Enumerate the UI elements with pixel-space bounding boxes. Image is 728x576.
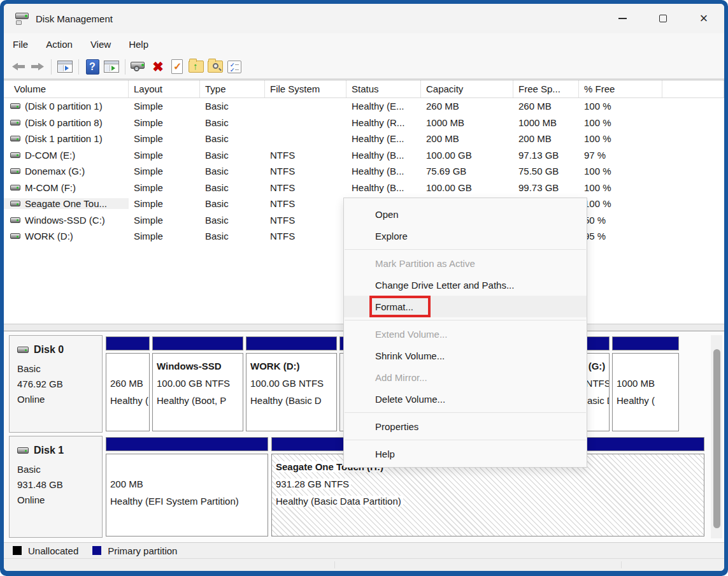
menu-separator [344,317,587,323]
menu-action[interactable]: Action [37,36,82,52]
volume-name: Seagate One Tou... [25,198,107,209]
volume-row-4[interactable]: D-COM (E:)SimpleBasicNTFSHealthy (B...10… [4,147,724,164]
delete-x-icon: ✖ [152,60,164,73]
show-console-tree-button[interactable] [55,58,75,76]
partition-color-strip [106,437,268,451]
action-pane-icon [104,61,119,73]
toolbar-separator [78,59,79,75]
disk1-status: Online [17,493,102,508]
menu-item-help[interactable]: Help [344,443,587,464]
menu-item-extend-volume: Extend Volume... [344,323,587,345]
maximize-button[interactable] [643,4,683,33]
maximize-icon [659,15,667,22]
menu-item-properties[interactable]: Properties [344,415,587,437]
disk1-partition-1[interactable]: 200 MBHealthy (EFI System Partition) [106,437,268,536]
help-icon: ? [86,59,99,75]
toolbar-separator [51,59,52,75]
disk-icon [17,447,29,454]
volume-drive-icon [10,185,20,191]
back-arrow-icon [12,63,25,71]
device-icon [131,60,147,74]
folder-up-button[interactable]: ↑ [187,58,206,76]
volume-name: Windows-SSD (C:) [25,215,105,226]
disk-icon [17,347,29,353]
volume-drive-icon [10,103,20,109]
back-button[interactable] [9,58,28,76]
volume-drive-icon [10,217,20,223]
volume-drive-icon [10,136,20,141]
check-document-icon: ✓ [171,59,183,74]
disk0-partition-2[interactable]: Windows-SSD100.00 GB NTFSHealthy (Boot, … [152,336,243,431]
volume-name: Donemax (G:) [25,166,85,176]
close-button[interactable]: × [683,4,724,33]
menu-item-add-mirror: Add Mirror... [344,366,587,388]
disk-drive-app-icon [14,12,29,25]
disk0-status: Online [17,392,102,407]
menu-help[interactable]: Help [120,36,157,52]
disk0-partition-1[interactable]: 260 MBHealthy ( [106,336,150,431]
col-type[interactable]: Type [200,80,265,97]
disk0-partition-3[interactable]: WORK (D:)100.00 GB NTFSHealthy (Basic D [246,336,337,431]
properties-list-button[interactable]: ✓✓ [225,58,244,76]
col-layout[interactable]: Layout [129,80,200,97]
title-bar[interactable]: Disk Management × [4,4,724,33]
menu-item-open[interactable]: Open [344,203,587,225]
window-title: Disk Management [36,13,113,24]
console-tree-icon [57,61,73,73]
disk1-label-panel[interactable]: Disk 1 Basic 931.48 GB Online [9,436,103,538]
legend-bar: Unallocated Primary partition [4,542,724,558]
menu-view[interactable]: View [82,36,120,52]
partition-color-strip [246,336,337,350]
minimize-icon [618,18,627,19]
check-document-button[interactable]: ✓ [168,58,187,76]
volume-name: M-COM (F:) [25,182,76,193]
col-file-system[interactable]: File System [265,80,346,97]
volume-context-menu: Open Explore Mark Partition as Active Ch… [343,198,587,468]
volume-drive-icon [10,233,20,239]
col-volume[interactable]: Volume [4,80,129,97]
statusbar-divider [334,561,335,568]
menu-item-delete-volume[interactable]: Delete Volume... [344,388,587,410]
scrollbar-thumb[interactable] [713,349,720,528]
statusbar-divider [621,561,622,568]
toolbar: ? ✖ ✓ ↑ ✓✓ [4,55,724,79]
volume-drive-icon [10,152,20,158]
disk0-label-panel[interactable]: Disk 0 Basic 476.92 GB Online [9,335,103,433]
show-action-pane-button[interactable] [102,58,121,76]
col-free-space[interactable]: Free Sp... [513,80,579,97]
folder-search-button[interactable] [206,58,225,76]
volume-row-3[interactable]: (Disk 1 partition 1)SimpleBasicHealthy (… [4,131,724,147]
minimize-button[interactable] [602,4,643,33]
volume-row-6[interactable]: M-COM (F:)SimpleBasicNTFSHealthy (B...10… [4,180,724,196]
close-icon: × [700,11,708,25]
disk1-size: 931.48 GB [17,477,102,493]
toolbar-separator [125,59,125,75]
unallocated-swatch [13,546,22,555]
delete-volume-button[interactable]: ✖ [148,58,168,76]
disk1-name: Disk 1 [34,443,64,458]
volume-list-header: Volume Layout Type File System Status Ca… [4,80,724,98]
primary-partition-label: Primary partition [108,545,177,556]
volume-name: (Disk 0 partition 1) [25,101,103,112]
disk0-name: Disk 0 [34,342,64,357]
device-button[interactable] [129,58,148,76]
diskview-scrollbar[interactable] [711,335,722,538]
primary-partition-swatch [92,546,101,555]
menu-item-change-drive-letter[interactable]: Change Drive Letter and Paths... [344,274,587,296]
menu-item-shrink-volume[interactable]: Shrink Volume... [344,345,587,366]
disk0-size: 476.92 GB [17,377,102,392]
disk0-partition-7[interactable]: 1000 MBHealthy ( [612,336,679,431]
help-button[interactable]: ? [83,58,102,76]
col-pct-free[interactable]: % Free [579,80,662,97]
volume-row-5[interactable]: Donemax (G:)SimpleBasicNTFSHealthy (B...… [4,163,724,180]
col-status[interactable]: Status [346,80,421,97]
volume-row-1[interactable]: (Disk 0 partition 1)SimpleBasicHealthy (… [4,98,724,115]
window-border: Disk Management × File Action View Help … [0,0,728,576]
col-capacity[interactable]: Capacity [421,80,513,97]
format-annotation-box [369,296,431,317]
menu-item-explore[interactable]: Explore [344,225,587,247]
forward-button[interactable] [28,58,47,76]
unallocated-label: Unallocated [28,545,78,556]
volume-row-2[interactable]: (Disk 0 partition 8)SimpleBasicHealthy (… [4,115,724,131]
menu-file[interactable]: File [4,36,37,52]
